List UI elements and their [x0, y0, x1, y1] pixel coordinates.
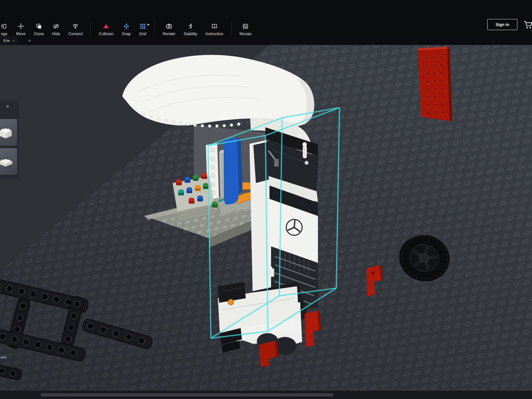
shopping-cart-icon[interactable] [524, 20, 532, 29]
part-thumbnail-plate[interactable] [0, 148, 17, 175]
part-suggestion-panel: × [0, 101, 18, 179]
toolbar-item-stability[interactable]: Stability [180, 23, 201, 36]
toolbar-label: Clone [34, 32, 44, 36]
toolbar-item-grid[interactable]: Grid [135, 23, 151, 36]
toolbar-separator [231, 22, 231, 36]
toolbar-label: Mosaic [239, 32, 252, 36]
toolbar-label: Render [163, 32, 175, 36]
toolbar-item-connect[interactable]: Connect [64, 23, 87, 36]
toolbar-separator [155, 22, 155, 36]
chevron-down-icon [147, 24, 149, 26]
grid-icon [139, 23, 147, 30]
toolbar-item-render[interactable]: Render [159, 23, 180, 36]
tab-file-label: 0.io [3, 39, 10, 42]
toolbar-label: Hide [52, 32, 60, 36]
move-icon [17, 23, 25, 30]
render-camera-icon [165, 23, 173, 30]
toolbar-label: Stability [184, 32, 197, 36]
snap-icon [123, 23, 130, 30]
toolbar-label: nge [1, 32, 7, 36]
toolbar-item-move[interactable]: Move [12, 23, 30, 36]
part-thumbnail-brick[interactable] [0, 119, 17, 146]
bottom-scrollbar-thumb[interactable] [41, 393, 333, 396]
sign-in-button[interactable]: Sign in [487, 19, 517, 30]
instruction-book-icon [211, 23, 218, 30]
toolbar-item-collision[interactable]: Collision [95, 23, 117, 36]
bottom-scrollbar-track [0, 391, 532, 399]
toolbar-label: Grid [139, 32, 146, 36]
toolbar-label: Connect [68, 32, 83, 36]
mosaic-icon [242, 23, 249, 30]
tab-file[interactable]: 0.io × [0, 36, 18, 45]
new-tab-button[interactable]: + [28, 38, 31, 43]
toolbar-item-hinge[interactable]: nge [0, 23, 12, 36]
toolbar-item-mosaic[interactable]: Mosaic [235, 23, 256, 36]
toolbar-item-clone[interactable]: Clone [30, 23, 48, 36]
tab-close-icon[interactable]: × [13, 39, 15, 43]
stability-runner-icon [187, 23, 194, 30]
clone-icon [35, 23, 43, 30]
toolbar-tools: nge Move Clone [0, 22, 256, 36]
studio-app: nge Move Clone [0, 0, 532, 399]
main-toolbar: nge Move Clone [0, 0, 532, 40]
fog-light [228, 299, 234, 305]
toolbar-label: Instruction [206, 32, 223, 36]
toolbar-separator [91, 22, 91, 36]
red-plate-standing[interactable] [418, 47, 452, 121]
tab-bar: 0.io × + [0, 36, 532, 45]
parts-panel-label[interactable]: arts [1, 355, 6, 359]
hide-eye-icon [52, 23, 60, 30]
toolbar-item-snap[interactable]: Snap [117, 23, 135, 36]
toolbar-item-hide[interactable]: Hide [48, 23, 64, 36]
toolbar-label: Move [16, 32, 26, 36]
toolbar-item-instruction[interactable]: Instruction [201, 23, 227, 36]
hinge-icon [0, 23, 8, 30]
panel-close-icon[interactable]: × [6, 104, 9, 109]
toolbar-label: Snap [122, 32, 130, 36]
viewport-3d[interactable] [0, 45, 532, 399]
connect-icon [72, 23, 79, 30]
toolbar-label: Collision [99, 32, 113, 36]
collision-icon [102, 23, 110, 30]
